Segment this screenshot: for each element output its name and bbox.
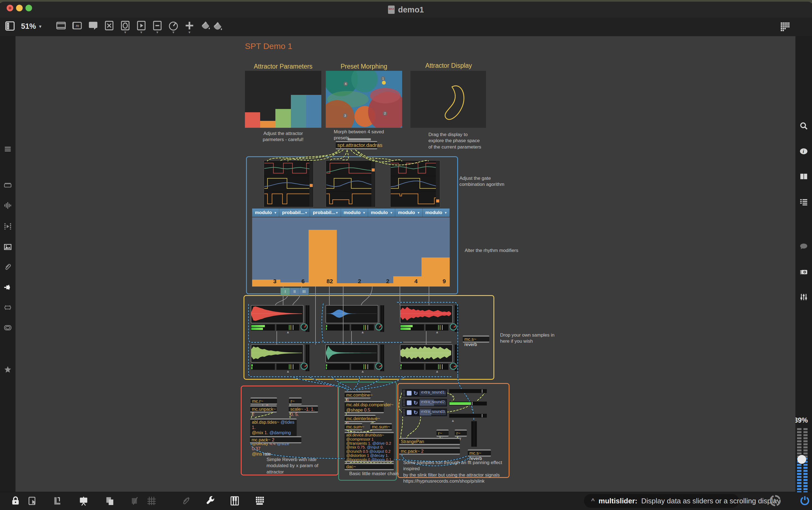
lock-icon[interactable] [10,496,21,506]
mixer-faders-icon[interactable] [799,292,808,302]
hamburger-menu-icon[interactable] [3,145,12,153]
gate-menu-6[interactable]: modulo▼ [423,209,450,217]
button-icon[interactable]: ▼ [120,20,131,34]
search-icon[interactable] [799,121,808,130]
gate-menu-0[interactable]: modulo▼ [252,209,279,217]
tab-III[interactable]: III [299,288,309,295]
grid-icon[interactable] [146,496,157,506]
add-object-icon[interactable]: ▼ [184,20,195,34]
sidebar-toggle-icon[interactable] [4,21,16,32]
star-icon[interactable] [3,365,12,374]
fft-vslider[interactable] [471,421,477,447]
gate-menu-3[interactable]: modulo▼ [341,209,368,217]
pedal-icon[interactable] [3,303,12,312]
vignette-icon[interactable] [3,323,12,332]
toggle-icon[interactable] [104,20,115,34]
paint-bucket-icon[interactable] [212,21,223,32]
select-arrow-icon[interactable] [27,496,38,506]
chat-bubble-icon[interactable] [799,242,808,251]
grid-palette-icon[interactable] [779,21,790,32]
playbar-icon[interactable]: ▼ [136,20,147,34]
plug-icon[interactable] [3,283,12,292]
playlist-row[interactable]: ↻extra_sound2.... [402,398,447,407]
rate-dial[interactable] [300,363,308,370]
zoom-control[interactable]: 51%▼ [21,22,42,31]
pan-slider[interactable] [449,414,487,418]
sample-waveform[interactable] [400,344,453,363]
waveform-thumb[interactable]: extra_sound1.... [419,390,446,396]
waveform-thumb[interactable]: extra_sound3.... [419,409,446,416]
rate-dial[interactable] [450,363,457,370]
camera-icon[interactable] [799,267,808,276]
duplicate-icon[interactable] [104,496,115,506]
video-play-icon[interactable] [3,222,12,231]
preset-morph-nodes[interactable]: 1234 [326,71,402,128]
image-icon[interactable] [3,243,12,251]
sample-waveform[interactable] [325,305,378,323]
align-icon[interactable] [129,496,141,506]
keypad-icon[interactable] [254,496,265,506]
patcher-views-icon[interactable] [52,496,63,506]
drag-handle[interactable] [403,409,405,415]
rhythm-multislider[interactable]: 36822249 [252,217,450,287]
sample-waveform[interactable] [251,305,303,323]
object-box-cmb: mc.combine~ 8 [345,391,371,398]
loop-icon[interactable]: ↻ [413,399,418,407]
tab-I[interactable]: I [281,288,290,295]
piano-keys-icon[interactable] [229,496,240,506]
gate-menu-2[interactable]: probabil...▼ [310,209,341,217]
sample-waveform[interactable] [400,305,453,323]
drag-handle[interactable] [403,390,405,396]
gate-menu-row: modulo▼probabil...▼probabil...▼modulo▼mo… [252,209,450,217]
playlist-row[interactable]: ↻extra_sound1.... [402,389,447,397]
playlist-row[interactable]: ↻extra_sound3.... [402,408,447,417]
waveform-thumb[interactable]: extra_sound2.... [419,399,446,406]
rate-dial[interactable] [375,323,382,330]
info-icon[interactable]: i [799,147,808,156]
sample-waveform[interactable] [325,344,378,363]
comment-icon[interactable] [87,20,99,34]
attractor-params-multislider[interactable] [245,71,321,128]
object-box-sm1: mc.sum~ [345,423,362,430]
gate-menu-1[interactable]: probabil...▼ [279,209,310,217]
loop-icon[interactable]: ↻ [413,389,418,397]
loop-icon[interactable]: ↻ [413,409,418,416]
pattern-tab[interactable]: IIIIII [280,288,309,295]
gate-menu-4[interactable]: modulo▼ [368,209,395,217]
audio-waveform-icon[interactable] [3,201,12,210]
transport-icon[interactable] [769,494,782,507]
gate-menu-5[interactable]: modulo▼ [395,209,422,217]
dial-icon[interactable]: ▼ [168,20,179,34]
tab-II[interactable]: II [290,288,299,295]
paint-bucket-icon[interactable] [200,20,211,34]
wrench-icon[interactable] [205,496,216,506]
list-icon[interactable] [799,197,808,207]
pan-slider[interactable] [449,401,487,406]
slider-marker-icon: ▲ [451,418,455,423]
sample-waveform[interactable] [251,344,303,363]
volume-knob[interactable] [798,455,806,464]
status-caret[interactable]: ^ [591,497,595,505]
drag-handle[interactable] [403,400,405,406]
play-meter [325,363,350,370]
presentation-icon[interactable] [78,496,89,506]
play-toggle[interactable] [407,391,411,395]
console-icon[interactable] [3,181,12,190]
svg-text:i: i [803,149,804,154]
rate-dial[interactable] [450,323,457,330]
rate-dial[interactable] [300,323,308,330]
svg-text:3: 3 [344,114,346,117]
play-toggle[interactable] [407,410,411,415]
pan-slider[interactable] [449,389,487,393]
clip-plus-icon[interactable] [180,496,192,506]
columns-icon[interactable] [799,172,808,181]
rate-dial[interactable] [375,363,382,370]
number-box-icon[interactable]: ▼ [152,20,163,34]
paperclip-icon[interactable] [3,263,12,272]
object-box-icon[interactable] [55,20,67,34]
audio-power-icon[interactable] [799,495,810,506]
attractor-display[interactable] [410,71,486,128]
message-box-icon[interactable]: m [71,20,83,34]
rhythm-value: 2 [337,277,365,286]
play-toggle[interactable] [407,400,411,405]
